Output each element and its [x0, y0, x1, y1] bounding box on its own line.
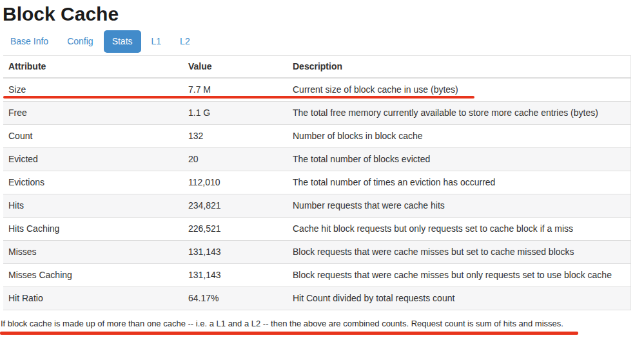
tab-item: L1: [143, 30, 170, 53]
table-row: Count132Number of blocks in block cache: [3, 125, 631, 148]
table-row: Hits234,821Number requests that were cac…: [3, 194, 631, 218]
stats-table: AttributeValueDescription Size7.7 MCurre…: [3, 55, 631, 310]
cell-attribute: Evicted: [3, 148, 183, 171]
cell-value: 20: [183, 148, 288, 171]
table-row: Evictions112,010The total number of time…: [3, 171, 631, 194]
cell-description: The total free memory currently availabl…: [288, 102, 631, 125]
cell-value: 64.17%: [183, 287, 288, 310]
column-header-description: Description: [288, 56, 631, 79]
tab-config[interactable]: Config: [59, 30, 101, 53]
annotation-underline-footer-note: [0, 332, 578, 335]
tab-item: Base Info: [2, 30, 57, 53]
tab-stats[interactable]: Stats: [104, 30, 141, 53]
cell-description: Number requests that were cache hits: [288, 194, 631, 218]
cell-attribute: Hits Caching: [3, 218, 183, 241]
cell-value: 132: [183, 125, 288, 148]
cell-value: 131,143: [183, 264, 288, 287]
table-row: Free1.1 GThe total free memory currently…: [3, 102, 631, 125]
footer-note: If block cache is made up of more than o…: [1, 319, 644, 328]
cell-description: Block requests that were cache misses bu…: [288, 264, 631, 287]
table-row: Misses131,143Block requests that were ca…: [3, 241, 631, 264]
cell-description: Block requests that were cache misses bu…: [288, 241, 631, 264]
block-cache-page: Block Cache Base InfoConfigStatsL1L2 Att…: [0, 0, 644, 338]
tab-l2[interactable]: L2: [171, 30, 199, 53]
tab-item: Stats: [104, 30, 141, 53]
cell-description: Cache hit block requests but only reques…: [288, 218, 631, 241]
stats-table-body: Size7.7 MCurrent size of block cache in …: [3, 78, 631, 310]
table-row: Evicted20The total number of blocks evic…: [3, 148, 631, 171]
cell-value: 112,010: [183, 171, 288, 194]
cell-description: Hit Count divided by total requests coun…: [288, 287, 631, 310]
cell-attribute: Free: [3, 102, 183, 125]
cell-attribute: Evictions: [3, 171, 183, 194]
annotation-underline-size-row: [3, 96, 474, 99]
cell-attribute: Hit Ratio: [3, 287, 183, 310]
tab-item: Config: [59, 30, 101, 53]
cell-description: Number of blocks in block cache: [288, 125, 631, 148]
table-row: Hits Caching226,521Cache hit block reque…: [3, 218, 631, 241]
cell-description: The total number of blocks evicted: [288, 148, 631, 171]
cell-attribute: Hits: [3, 194, 183, 218]
page-title: Block Cache: [0, 0, 644, 25]
tab-base-info[interactable]: Base Info: [2, 30, 57, 53]
cell-value: 226,521: [183, 218, 288, 241]
table-header-row: AttributeValueDescription: [3, 56, 631, 79]
cell-attribute: Count: [3, 125, 183, 148]
tab-bar: Base InfoConfigStatsL1L2: [0, 30, 644, 53]
cell-value: 234,821: [183, 194, 288, 218]
table-row: Hit Ratio64.17%Hit Count divided by tota…: [3, 287, 631, 310]
cell-attribute: Misses: [3, 241, 183, 264]
table-row: Misses Caching131,143Block requests that…: [3, 264, 631, 287]
cell-description: The total number of times an eviction ha…: [288, 171, 631, 194]
column-header-value: Value: [183, 56, 288, 79]
tab-item: L2: [171, 30, 199, 53]
column-header-attribute: Attribute: [3, 56, 183, 79]
cell-attribute: Misses Caching: [3, 264, 183, 287]
cell-value: 1.1 G: [183, 102, 288, 125]
tab-l1[interactable]: L1: [143, 30, 170, 53]
cell-value: 131,143: [183, 241, 288, 264]
